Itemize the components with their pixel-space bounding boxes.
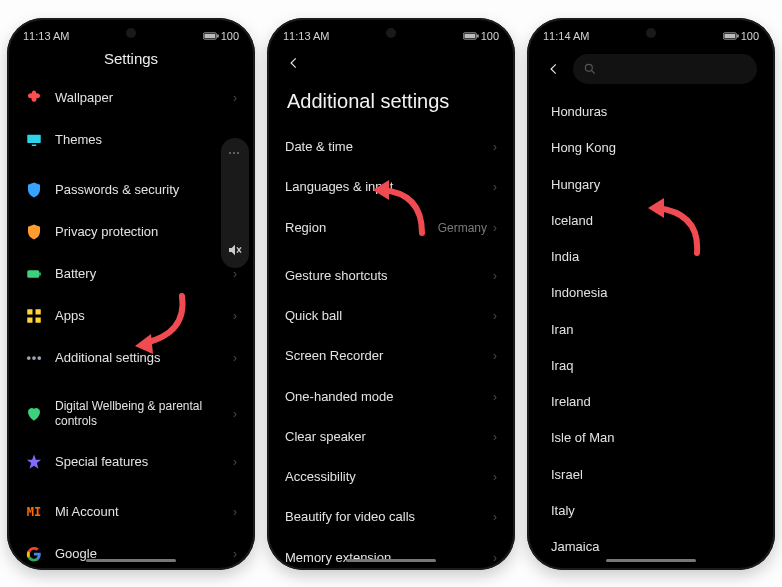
region-row-iceland[interactable]: Iceland bbox=[527, 203, 775, 239]
row-label: Hong Kong bbox=[551, 140, 616, 156]
svg-rect-8 bbox=[36, 309, 41, 314]
row-label: Indonesia bbox=[551, 285, 607, 301]
row-label: Honduras bbox=[551, 104, 607, 120]
phone-region-list: 11:14 AM 100 HondurasHong KongHungaryIce… bbox=[527, 18, 775, 570]
settings-row-battery[interactable]: Battery› bbox=[7, 253, 255, 295]
settings-row-passwords-security[interactable]: Passwords & security› bbox=[7, 169, 255, 211]
row-value: Germany bbox=[438, 221, 487, 235]
battery-indicator: 100 bbox=[463, 30, 499, 42]
front-camera bbox=[126, 28, 136, 38]
settings-row-quick-ball[interactable]: Quick ball› bbox=[267, 296, 515, 336]
region-row-hong-kong[interactable]: Hong Kong bbox=[527, 130, 775, 166]
back-button[interactable] bbox=[545, 60, 563, 78]
status-time: 11:14 AM bbox=[543, 30, 589, 42]
svg-rect-7 bbox=[27, 309, 32, 314]
row-label: Jamaica bbox=[551, 539, 599, 555]
region-row-ireland[interactable]: Ireland bbox=[527, 384, 775, 420]
settings-row-accessibility[interactable]: Accessibility› bbox=[267, 457, 515, 497]
settings-row-special-features[interactable]: Special features› bbox=[7, 441, 255, 483]
region-row-iraq[interactable]: Iraq bbox=[527, 348, 775, 384]
grid-icon bbox=[25, 307, 43, 325]
svg-point-12 bbox=[32, 356, 36, 360]
settings-row-digital-wellbeing[interactable]: Digital Wellbeing & parental controls› bbox=[7, 387, 255, 441]
settings-row-languages-input[interactable]: Languages & input› bbox=[267, 167, 515, 207]
mute-icon[interactable] bbox=[227, 242, 243, 258]
back-button[interactable] bbox=[285, 54, 303, 72]
chevron-right-icon: › bbox=[493, 221, 497, 235]
settings-row-additional-settings[interactable]: Additional settings› bbox=[7, 337, 255, 379]
search-icon bbox=[583, 62, 597, 76]
home-indicator[interactable] bbox=[86, 559, 176, 562]
settings-row-wallpaper[interactable]: Wallpaper› bbox=[7, 77, 255, 119]
chevron-right-icon: › bbox=[493, 390, 497, 404]
row-label: Hungary bbox=[551, 177, 600, 193]
region-row-india[interactable]: India bbox=[527, 239, 775, 275]
region-row-indonesia[interactable]: Indonesia bbox=[527, 275, 775, 311]
svg-point-24 bbox=[585, 64, 592, 71]
mi-icon: MI bbox=[25, 503, 43, 521]
settings-row-themes[interactable]: Themes› bbox=[7, 119, 255, 161]
home-indicator[interactable] bbox=[606, 559, 696, 562]
row-label: Date & time bbox=[285, 139, 353, 155]
settings-row-apps[interactable]: Apps› bbox=[7, 295, 255, 337]
shield-icon bbox=[25, 181, 43, 199]
row-label: Privacy protection bbox=[55, 224, 158, 240]
row-label: Battery bbox=[55, 266, 96, 282]
row-label: Israel bbox=[551, 467, 583, 483]
row-label: Isle of Man bbox=[551, 430, 615, 446]
settings-row-date-time[interactable]: Date & time› bbox=[267, 127, 515, 167]
more-icon[interactable]: ⋯ bbox=[228, 146, 242, 160]
row-label: Mi Account bbox=[55, 504, 119, 520]
chevron-right-icon: › bbox=[233, 91, 237, 105]
region-row-iran[interactable]: Iran bbox=[527, 312, 775, 348]
region-row-italy[interactable]: Italy bbox=[527, 493, 775, 529]
row-label: Accessibility bbox=[285, 469, 356, 485]
search-input[interactable] bbox=[573, 54, 757, 84]
svg-point-13 bbox=[37, 356, 41, 360]
region-row-isle-of-man[interactable]: Isle of Man bbox=[527, 420, 775, 456]
region-row-honduras[interactable]: Honduras bbox=[527, 94, 775, 130]
row-label: Quick ball bbox=[285, 308, 342, 324]
region-row-japan[interactable]: Japan bbox=[527, 565, 775, 570]
home-indicator[interactable] bbox=[346, 559, 436, 562]
front-camera bbox=[646, 28, 656, 38]
settings-row-google[interactable]: Google› bbox=[7, 533, 255, 570]
chevron-right-icon: › bbox=[493, 470, 497, 484]
page-title: Additional settings bbox=[267, 82, 515, 127]
chevron-right-icon: › bbox=[493, 180, 497, 194]
svg-rect-19 bbox=[477, 35, 478, 38]
battery-indicator: 100 bbox=[723, 30, 759, 42]
region-row-israel[interactable]: Israel bbox=[527, 457, 775, 493]
row-label: Passwords & security bbox=[55, 182, 179, 198]
chevron-right-icon: › bbox=[233, 547, 237, 561]
settings-row-gesture-shortcuts[interactable]: Gesture shortcuts› bbox=[267, 256, 515, 296]
google-icon bbox=[25, 545, 43, 563]
chevron-right-icon: › bbox=[493, 349, 497, 363]
row-label: Languages & input bbox=[285, 179, 393, 195]
chevron-right-icon: › bbox=[493, 430, 497, 444]
svg-rect-10 bbox=[36, 318, 41, 323]
status-time: 11:13 AM bbox=[23, 30, 69, 42]
svg-rect-9 bbox=[27, 318, 32, 323]
row-label: One-handed mode bbox=[285, 389, 393, 405]
settings-row-mi-account[interactable]: MIMi Account› bbox=[7, 491, 255, 533]
chevron-right-icon: › bbox=[233, 351, 237, 365]
svg-rect-22 bbox=[724, 34, 735, 38]
svg-rect-1 bbox=[204, 34, 215, 38]
settings-row-memory-extension[interactable]: Memory extension› bbox=[267, 538, 515, 571]
settings-row-screen-recorder[interactable]: Screen Recorder› bbox=[267, 336, 515, 376]
row-label: Beautify for video calls bbox=[285, 509, 415, 525]
row-label: Additional settings bbox=[55, 350, 161, 366]
chevron-right-icon: › bbox=[233, 407, 237, 421]
settings-row-region[interactable]: RegionGermany› bbox=[267, 208, 515, 248]
settings-row-clear-speaker[interactable]: Clear speaker› bbox=[267, 417, 515, 457]
row-label: Screen Recorder bbox=[285, 348, 383, 364]
row-label: Memory extension bbox=[285, 550, 391, 566]
svg-line-25 bbox=[592, 71, 595, 74]
settings-row-one-handed-mode[interactable]: One-handed mode› bbox=[267, 377, 515, 417]
volume-panel[interactable]: ⋯ bbox=[221, 138, 249, 268]
row-label: Wallpaper bbox=[55, 90, 113, 106]
settings-row-privacy-protection[interactable]: Privacy protection› bbox=[7, 211, 255, 253]
region-row-hungary[interactable]: Hungary bbox=[527, 167, 775, 203]
settings-row-beautify-video-calls[interactable]: Beautify for video calls› bbox=[267, 497, 515, 537]
